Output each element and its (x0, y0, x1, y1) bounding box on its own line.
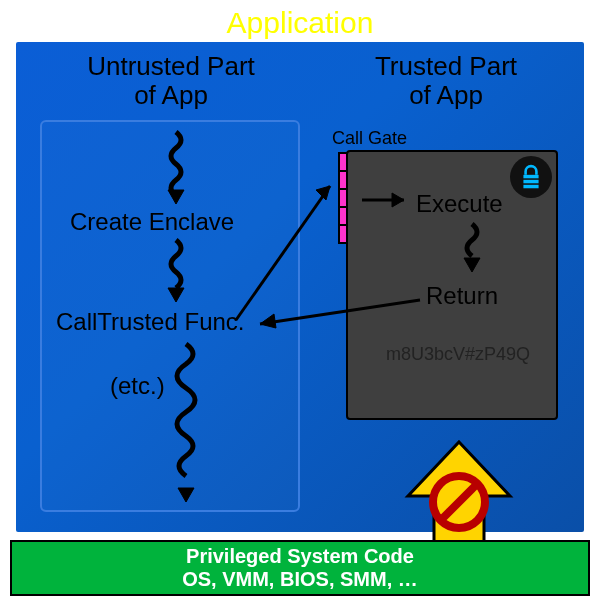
trusted-heading-text: Trusted Part of App (375, 51, 517, 110)
lock-icon (510, 156, 552, 198)
step-return: Return (426, 282, 498, 310)
svg-rect-0 (523, 175, 538, 178)
arrow-gate-to-execute (360, 186, 420, 216)
trusted-heading: Trusted Part of App (336, 52, 556, 109)
step-create-enclave: Create Enclave (70, 208, 234, 236)
flow-squiggle-1 (156, 130, 196, 208)
privileged-bar: Privileged System Code OS, VMM, BIOS, SM… (10, 540, 590, 596)
step-etc: (etc.) (110, 372, 165, 400)
application-container: Untrusted Part of App Trusted Part of Ap… (16, 42, 584, 532)
svg-rect-2 (523, 185, 538, 188)
privileged-line2: OS, VMM, BIOS, SMM, … (12, 568, 588, 591)
untrusted-heading-text: Untrusted Part of App (87, 51, 255, 110)
svg-rect-1 (523, 180, 538, 183)
secret-data: m8U3bcV#zP49Q (386, 344, 530, 365)
callgate-label: Call Gate (332, 128, 407, 149)
step-call-trusted: CallTrusted Func. (56, 308, 245, 336)
arrow-return-to-call (246, 294, 426, 334)
privileged-line1: Privileged System Code (12, 545, 588, 568)
flow-squiggle-trusted (454, 222, 490, 282)
untrusted-heading: Untrusted Part of App (56, 52, 286, 109)
step-execute: Execute (416, 190, 503, 218)
flow-squiggle-2 (156, 238, 196, 310)
page-title: Application (0, 0, 600, 40)
flow-squiggle-3 (166, 342, 216, 506)
